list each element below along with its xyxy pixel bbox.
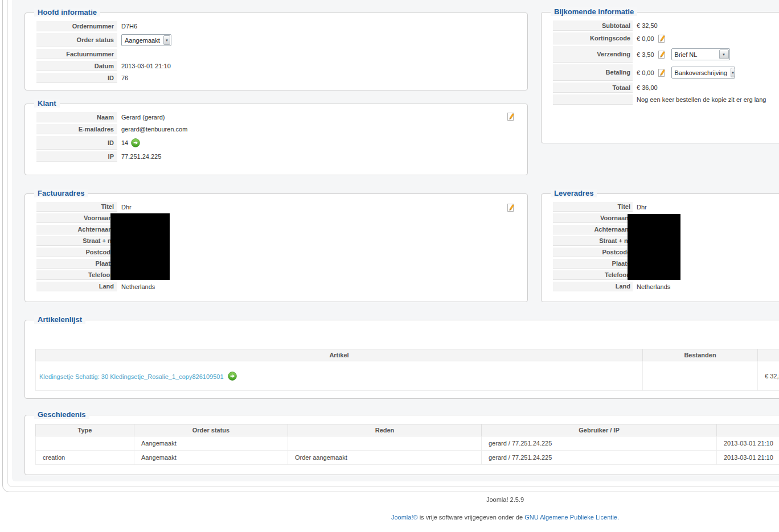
panel-klant: Klant Naam Gerard (gerard) E-mailadres g… — [24, 104, 528, 175]
edit-verzending-pencil-icon[interactable] — [657, 50, 666, 59]
column-header-prijs — [758, 349, 779, 361]
column-header-artikel: Artikel — [36, 349, 643, 361]
field-label: Titel — [553, 202, 633, 212]
field-label: Voornaam — [553, 213, 633, 223]
field-label: Kortingscode — [553, 32, 633, 44]
goto-user-arrow-icon[interactable] — [131, 138, 140, 147]
verzending-select[interactable]: Brief NL ▼ — [671, 48, 730, 60]
history-gebruiker: gerard / 77.251.24.225 — [482, 436, 717, 451]
field-label: Voornaam — [36, 213, 117, 223]
field-label: Straat + nr — [36, 236, 117, 246]
history-type — [36, 436, 134, 451]
panel-legend: Hoofd informatie — [34, 8, 100, 17]
history-datum: 2013-03-01 21:10 — [717, 436, 779, 451]
klant-opmerking-text: Nog een keer bestellen de kopie zit er e… — [633, 94, 766, 105]
chevron-down-icon: ▼ — [163, 35, 170, 45]
history-reden: Order aangemaakt — [288, 451, 482, 465]
field-label: Subtotaal — [553, 20, 633, 31]
chevron-down-icon: ▼ — [719, 50, 729, 59]
column-header-datum — [717, 424, 779, 436]
edit-betaling-pencil-icon[interactable] — [657, 68, 666, 77]
column-header-gebruiker-ip: Gebruiker / IP — [482, 424, 717, 436]
panel-hoofd-informatie: Hoofd informatie Ordernummer D7H6 Order … — [24, 13, 528, 90]
edit-klant-pencil-icon[interactable] — [506, 112, 515, 121]
panel-legend: Factuuradres — [34, 189, 88, 197]
lever-titel-value: Dhr — [633, 202, 647, 212]
field-label: Betaling — [553, 64, 633, 81]
datum-value: 2013-03-01 21:10 — [117, 61, 171, 71]
panel-geschiedenis: Geschiedenis Type Order status Reden Geb… — [24, 415, 779, 475]
klant-email-value: gerard@tenbuuren.com — [117, 124, 187, 134]
factuur-titel-value: Dhr — [117, 202, 132, 212]
joomla-version: Joomla! 2.5.9 — [0, 496, 779, 503]
field-label: Totaal — [553, 83, 633, 93]
field-label: Achternaam — [36, 225, 117, 234]
field-label: E-mailadres — [36, 124, 117, 134]
license-text: is vrije software vrijgegeven onder de — [418, 514, 525, 521]
table-row: Kledingsetje Schattig: 30 Kledingsetje_R… — [36, 361, 779, 391]
field-label: Titel — [36, 202, 117, 212]
field-label: Order status — [36, 33, 117, 47]
field-label: Postcode — [553, 248, 633, 257]
field-label: ID — [36, 136, 117, 150]
table-row: creation Aangemaakt Order aangemaakt ger… — [36, 451, 779, 465]
klant-naam-value: Gerard (gerard) — [117, 112, 165, 122]
totaal-value: € 36,00 — [633, 83, 658, 93]
betaling-select[interactable]: Bankoverschrijving ▼ — [671, 67, 735, 79]
artikel-link[interactable]: Kledingsetje Schattig: 30 Kledingsetje_R… — [39, 373, 224, 380]
prijs-cell: € 32,50 — [758, 361, 779, 391]
field-label: Plaats — [553, 259, 633, 269]
order-id-value: 76 — [117, 73, 128, 83]
history-status: Aangemaakt — [134, 436, 288, 451]
redaction-box-factuuradres — [110, 213, 170, 280]
field-label: Datum — [36, 61, 117, 71]
gnu-license-link[interactable]: GNU Algemene Publieke Licentie. — [524, 514, 619, 521]
geschiedenis-table: Type Order status Reden Gebruiker / IP A… — [35, 424, 779, 465]
field-label: IP — [36, 151, 117, 162]
history-status: Aangemaakt — [134, 451, 288, 465]
column-header-type: Type — [36, 424, 134, 436]
kortingscode-value: € 0,00 — [637, 35, 654, 42]
ordernummer-value: D7H6 — [117, 21, 137, 31]
betaling-value: € 0,00 — [637, 69, 654, 76]
goto-artikel-arrow-icon[interactable] — [228, 372, 237, 381]
history-gebruiker: gerard / 77.251.24.225 — [482, 451, 717, 465]
history-type: creation — [36, 451, 134, 465]
footer-license-line: Joomla!® is vrije software vrijgegeven o… — [0, 514, 779, 521]
table-row: Aangemaakt gerard / 77.251.24.225 2013-0… — [36, 436, 779, 451]
panel-legend: Leveradres — [551, 189, 597, 197]
panel-legend: Artikelenlijst — [34, 315, 85, 324]
column-header-reden: Reden — [288, 424, 482, 436]
field-label: Straat + nr — [553, 236, 633, 246]
panel-legend: Bijkomende informatie — [551, 7, 637, 16]
column-header-bestanden: Bestanden — [643, 349, 758, 361]
history-datum: 2013-03-01 21:10 — [717, 451, 779, 465]
column-header-order-status: Order status — [134, 424, 288, 436]
subtotaal-value: € 32,50 — [633, 20, 658, 31]
redaction-box-leveradres — [628, 214, 680, 280]
panel-factuuradres: Factuuradres Titel Dhr Voornaam Achterna… — [24, 193, 528, 302]
field-label: Naam — [36, 112, 117, 122]
edit-factuuradres-pencil-icon[interactable] — [506, 203, 515, 212]
bestanden-cell — [643, 361, 758, 391]
klant-ip-value: 77.251.24.225 — [117, 151, 161, 162]
panel-bijkomende-informatie: Bijkomende informatie Subtotaal € 32,50 … — [541, 12, 779, 143]
joomla-link[interactable]: Joomla!® — [391, 514, 418, 521]
field-label: Telefoon — [36, 270, 117, 280]
edit-kortingscode-pencil-icon[interactable] — [657, 34, 666, 43]
field-label: Land — [36, 282, 117, 291]
klant-id-value: 14 — [121, 139, 128, 146]
order-status-select[interactable]: Aangemaakt ▼ — [121, 34, 171, 46]
lever-land-value: Netherlands — [633, 282, 670, 291]
field-label — [553, 94, 633, 105]
field-label: Land — [553, 282, 633, 291]
chevron-down-icon: ▼ — [731, 68, 735, 77]
history-reden — [288, 436, 482, 451]
factuur-land-value: Netherlands — [117, 282, 155, 291]
verzending-value: € 3,50 — [637, 51, 654, 58]
panel-legend: Geschiedenis — [34, 410, 89, 419]
field-label: Achternaam — [553, 225, 633, 234]
panel-artikelenlijst: Artikelenlijst Artikel Bestanden Kleding… — [24, 320, 779, 399]
field-label: Verzending — [553, 46, 633, 63]
field-label: Factuurnummer — [36, 49, 117, 59]
